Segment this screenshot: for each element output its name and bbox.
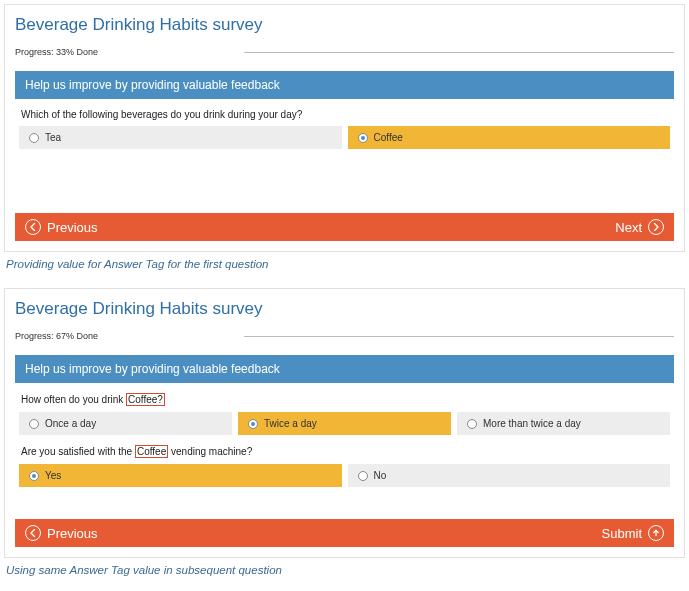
radio-icon <box>29 471 39 481</box>
option-label: Twice a day <box>264 418 317 429</box>
chevron-left-icon <box>25 219 41 235</box>
option-label: Once a day <box>45 418 96 429</box>
survey-title: Beverage Drinking Habits survey <box>15 299 674 319</box>
progress-row: Progress: 67% Done <box>15 331 674 341</box>
option-label: Tea <box>45 132 61 143</box>
nav-bar: Previous Next <box>15 213 674 241</box>
question-prefix: How often do you drink <box>21 394 126 405</box>
question-text: How often do you drink Coffee? <box>21 393 674 406</box>
answer-tag-highlight: Coffee <box>135 445 168 458</box>
previous-button[interactable]: Previous <box>25 219 98 235</box>
progress-bar <box>244 336 674 337</box>
section-header: Help us improve by providing valuable fe… <box>15 71 674 99</box>
radio-icon <box>29 419 39 429</box>
option-tea[interactable]: Tea <box>19 126 342 149</box>
radio-icon <box>248 419 258 429</box>
submit-button[interactable]: Submit <box>602 525 664 541</box>
spacer <box>15 497 674 511</box>
option-no[interactable]: No <box>348 464 671 487</box>
radio-icon <box>467 419 477 429</box>
question-text: Are you satisfied with the Coffee vendin… <box>21 445 674 458</box>
question-block: How often do you drink Coffee? Once a da… <box>15 393 674 435</box>
question-text: Which of the following beverages do you … <box>21 109 674 120</box>
option-twice-a-day[interactable]: Twice a day <box>238 412 451 435</box>
survey-panel-2: Beverage Drinking Habits survey Progress… <box>4 288 685 558</box>
next-button[interactable]: Next <box>615 219 664 235</box>
radio-icon <box>358 471 368 481</box>
chevron-left-icon <box>25 525 41 541</box>
option-label: Coffee <box>374 132 403 143</box>
radio-icon <box>29 133 39 143</box>
progress-bar <box>244 52 674 53</box>
previous-button[interactable]: Previous <box>25 525 98 541</box>
option-more-than-twice[interactable]: More than twice a day <box>457 412 670 435</box>
question-block: Which of the following beverages do you … <box>15 109 674 149</box>
question-block: Are you satisfied with the Coffee vendin… <box>15 445 674 487</box>
progress-text: Progress: 67% Done <box>15 331 98 341</box>
submit-label: Submit <box>602 526 642 541</box>
question-suffix: vending machine? <box>168 446 252 457</box>
survey-title: Beverage Drinking Habits survey <box>15 15 674 35</box>
progress-row: Progress: 33% Done <box>15 47 674 57</box>
nav-bar: Previous Submit <box>15 519 674 547</box>
next-label: Next <box>615 220 642 235</box>
option-label: Yes <box>45 470 61 481</box>
progress-text: Progress: 33% Done <box>15 47 98 57</box>
previous-label: Previous <box>47 526 98 541</box>
caption-2: Using same Answer Tag value in subsequen… <box>6 564 685 576</box>
spacer <box>15 159 674 205</box>
arrow-up-icon <box>648 525 664 541</box>
previous-label: Previous <box>47 220 98 235</box>
radio-icon <box>358 133 368 143</box>
options-row: Once a day Twice a day More than twice a… <box>19 412 670 435</box>
option-once-a-day[interactable]: Once a day <box>19 412 232 435</box>
option-yes[interactable]: Yes <box>19 464 342 487</box>
question-prefix: Are you satisfied with the <box>21 446 135 457</box>
option-coffee[interactable]: Coffee <box>348 126 671 149</box>
section-header: Help us improve by providing valuable fe… <box>15 355 674 383</box>
options-row: Yes No <box>19 464 670 487</box>
answer-tag-highlight: Coffee? <box>126 393 165 406</box>
caption-1: Providing value for Answer Tag for the f… <box>6 258 685 270</box>
survey-panel-1: Beverage Drinking Habits survey Progress… <box>4 4 685 252</box>
options-row: Tea Coffee <box>19 126 670 149</box>
option-label: More than twice a day <box>483 418 581 429</box>
chevron-right-icon <box>648 219 664 235</box>
option-label: No <box>374 470 387 481</box>
